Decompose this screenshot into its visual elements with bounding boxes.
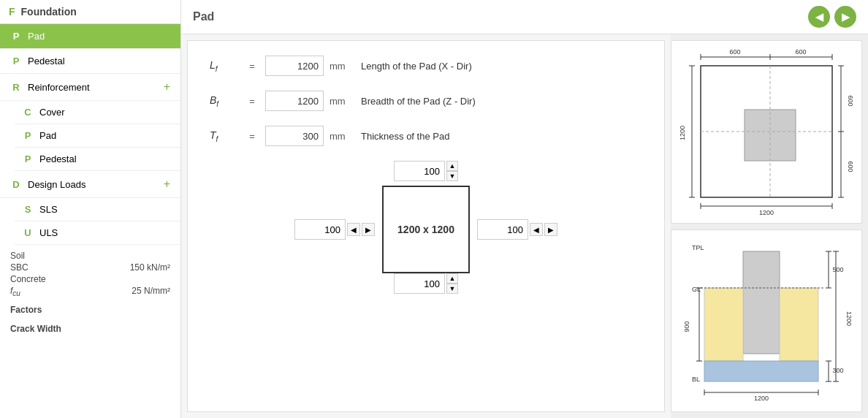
top-spinner-input[interactable]	[394, 161, 445, 181]
toolbar: Pad ◀ ▶	[181, 0, 868, 34]
concrete-label: Concrete	[10, 274, 170, 284]
tf-unit: mm	[330, 131, 355, 142]
sbc-value: 150 kN/m²	[130, 262, 170, 273]
bf-input[interactable]	[265, 91, 324, 111]
tf-row: Tf = mm Thickness of the Pad	[210, 126, 642, 146]
sidebar-loads-sub: S SLS U ULS	[0, 198, 180, 245]
sidebar-dl-label: Design Loads	[28, 179, 86, 190]
sidebar-pad-label: Pad	[28, 31, 45, 42]
lf-row: Lf = mm Length of the Pad (X - Dir)	[210, 56, 642, 76]
svg-text:1200: 1200	[754, 395, 769, 402]
content-area: Lf = mm Length of the Pad (X - Dir) Bf =…	[181, 34, 868, 418]
lf-input[interactable]	[265, 56, 324, 76]
tf-eq: =	[245, 131, 259, 142]
sidebar-pad-sub-letter: P	[22, 130, 34, 141]
lf-unit: mm	[330, 61, 355, 72]
page-title: Pad	[193, 10, 214, 23]
fcu-label: fcu	[10, 286, 20, 297]
tf-label: Tf	[210, 129, 239, 143]
left-spinner-input[interactable]	[294, 219, 346, 240]
lf-desc: Length of the Pad (X - Dir)	[361, 61, 472, 72]
top-spinner-up[interactable]: ▲	[446, 161, 458, 171]
sidebar-item-uls[interactable]: U ULS	[15, 221, 180, 245]
sidebar-sls-letter: S	[22, 204, 34, 215]
sidebar-sls-label: SLS	[39, 204, 58, 215]
sidebar-item-pad-sub[interactable]: P Pad	[15, 124, 180, 148]
left-arrow-btn2[interactable]: ▶	[362, 223, 375, 236]
main-panel: Pad ◀ ▶ Lf = mm Length of the Pad (X - D…	[181, 0, 868, 418]
pad-middle-row: ◀ ▶ 1200 x 1200 ◀ ▶	[294, 186, 557, 273]
bf-eq: =	[245, 96, 259, 107]
svg-rect-31	[780, 288, 818, 361]
svg-text:600: 600	[847, 162, 854, 172]
bottom-spinner-up[interactable]: ▲	[446, 273, 458, 284]
sidebar-uls-letter: U	[22, 227, 34, 238]
bf-unit: mm	[330, 96, 355, 107]
plan-svg: 600 600 1200 600 600	[679, 44, 854, 219]
nav-buttons: ◀ ▶	[808, 6, 856, 28]
top-spinner-btns: ▲ ▼	[446, 161, 458, 181]
factors-item[interactable]: Factors	[0, 300, 180, 319]
sidebar-item-sls[interactable]: S SLS	[15, 198, 180, 221]
section-svg: TPL GL BL 5	[679, 237, 854, 405]
bf-desc: Breadth of the Pad (Z - Dir)	[361, 96, 476, 107]
svg-text:1200: 1200	[845, 311, 853, 326]
bf-label: Bf	[210, 94, 239, 108]
bottom-spinner-btns: ▲ ▼	[446, 273, 458, 294]
sbc-label: SBC	[10, 262, 28, 273]
sidebar-pedestal-letter: P	[10, 56, 22, 66]
lf-label: Lf	[210, 59, 239, 73]
svg-text:BL: BL	[692, 376, 700, 383]
svg-text:1200: 1200	[759, 209, 774, 216]
back-button[interactable]: ◀	[808, 6, 830, 28]
sidebar-pedestal-label: Pedestal	[28, 56, 65, 66]
svg-text:300: 300	[832, 367, 843, 374]
svg-text:500: 500	[832, 266, 843, 273]
sidebar-item-pad[interactable]: P Pad	[0, 24, 180, 49]
svg-rect-30	[704, 288, 743, 361]
sidebar-item-reinforcement[interactable]: R Reinforcement +	[0, 74, 180, 101]
sidebar-item-cover[interactable]: C Cover	[15, 101, 180, 124]
sidebar: F Foundation P Pad P Pedestal R Reinforc…	[0, 0, 181, 418]
sidebar-pedestal-sub-letter: P	[22, 153, 34, 164]
svg-text:TPL: TPL	[692, 244, 704, 251]
svg-text:1200: 1200	[679, 126, 686, 140]
pad-box: 1200 x 1200	[382, 186, 470, 273]
sidebar-sub-section: C Cover P Pad P Pedestal	[0, 101, 180, 171]
sidebar-item-design-loads[interactable]: D Design Loads +	[0, 171, 180, 198]
sidebar-pad-sub-label: Pad	[39, 130, 56, 141]
forward-button[interactable]: ▶	[834, 6, 856, 28]
sidebar-header-title: Foundation	[21, 6, 77, 18]
svg-text:900: 900	[683, 321, 690, 332]
svg-rect-29	[743, 251, 780, 354]
sidebar-item-pedestal[interactable]: P Pedestal	[0, 49, 180, 74]
tf-desc: Thickness of the Pad	[361, 131, 449, 142]
sidebar-item-pedestal-sub[interactable]: P Pedestal	[15, 148, 180, 171]
svg-rect-32	[704, 361, 818, 381]
reinforcement-plus-icon: +	[164, 80, 170, 94]
crack-width-item[interactable]: Crack Width	[0, 319, 180, 338]
bottom-spinner-down[interactable]: ▼	[446, 284, 458, 294]
soil-label: Soil	[10, 251, 170, 261]
sidebar-reinforcement-letter: R	[10, 82, 22, 93]
dl-plus-icon: +	[164, 178, 170, 191]
top-spinner-down[interactable]: ▼	[446, 171, 458, 181]
svg-text:600: 600	[847, 96, 854, 107]
right-arrow-btn2[interactable]: ▶	[544, 223, 557, 236]
right-arrow-btn[interactable]: ◀	[530, 223, 543, 236]
lf-eq: =	[245, 61, 259, 72]
diagram-panel: 600 600 1200 600 600	[671, 34, 868, 418]
bottom-diagram: TPL GL BL 5	[671, 229, 862, 413]
tf-input[interactable]	[265, 126, 324, 146]
sidebar-header[interactable]: F Foundation	[0, 0, 180, 24]
fcu-value: 25 N/mm²	[132, 286, 170, 297]
right-spinner-input[interactable]	[477, 219, 528, 240]
sidebar-cover-letter: C	[22, 107, 34, 118]
svg-text:600: 600	[729, 48, 740, 56]
bottom-spinner-box: ▲ ▼	[394, 273, 458, 294]
right-spinner: ◀ ▶	[477, 219, 557, 240]
bf-row: Bf = mm Breadth of the Pad (Z - Dir)	[210, 91, 642, 111]
left-arrow-btn[interactable]: ◀	[347, 223, 360, 236]
bottom-spinner-input[interactable]	[394, 273, 445, 294]
sidebar-reinforcement-label: Reinforcement	[28, 82, 90, 93]
